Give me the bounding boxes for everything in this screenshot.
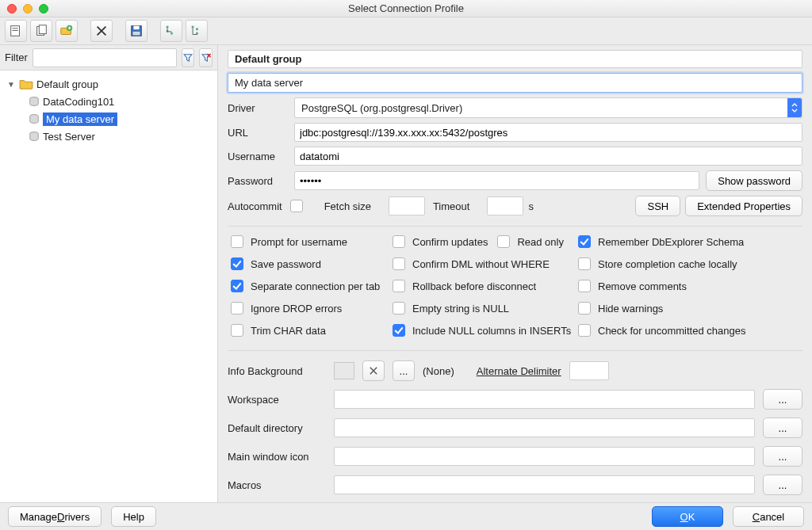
rollback-disconnect-checkbox[interactable] bbox=[393, 280, 405, 292]
save-password-label: Save password bbox=[251, 258, 321, 270]
database-icon bbox=[29, 96, 40, 107]
svg-rect-2 bbox=[13, 30, 18, 31]
ignore-drop-checkbox[interactable] bbox=[231, 302, 243, 315]
alt-delimiter-field[interactable] bbox=[569, 361, 609, 380]
info-bg-label: Info Background bbox=[228, 365, 326, 377]
check-uncommitted-label: Check for uncommitted changes bbox=[598, 325, 745, 337]
manage-drivers-button[interactable]: Manage Drivers bbox=[8, 506, 102, 527]
extended-properties-button[interactable]: Extended Properties bbox=[685, 196, 802, 216]
options-grid: Prompt for username Confirm updates Read… bbox=[228, 226, 802, 339]
clear-color-button[interactable] bbox=[362, 360, 385, 381]
choose-color-button[interactable]: ... bbox=[393, 360, 415, 381]
main-icon-field[interactable] bbox=[334, 447, 755, 466]
svg-rect-4 bbox=[39, 25, 46, 34]
workspace-browse-button[interactable]: ... bbox=[763, 389, 802, 410]
workspace-label: Workspace bbox=[228, 394, 326, 406]
database-icon bbox=[29, 113, 40, 124]
timeout-unit: s bbox=[528, 200, 534, 212]
sidebar: Filter ▼ Default group DataCoding101 My … bbox=[0, 45, 218, 502]
clear-filter-button[interactable] bbox=[199, 48, 213, 67]
filter-row: Filter bbox=[0, 45, 217, 71]
tree-item[interactable]: Test Server bbox=[0, 128, 217, 145]
svg-rect-12 bbox=[170, 32, 173, 35]
new-group-button[interactable] bbox=[56, 20, 78, 42]
footer: Manage Drivers Help OK Cancel bbox=[0, 503, 812, 530]
read-only-checkbox[interactable] bbox=[497, 235, 510, 248]
svg-rect-8 bbox=[133, 26, 139, 30]
default-dir-browse-button[interactable]: ... bbox=[763, 418, 802, 438]
trim-char-checkbox[interactable] bbox=[231, 324, 243, 337]
default-dir-field[interactable] bbox=[334, 418, 755, 437]
separate-connection-label: Separate connection per tab bbox=[251, 280, 380, 292]
remember-schema-checkbox[interactable] bbox=[578, 235, 591, 248]
tree-item-label: My data server bbox=[43, 112, 117, 126]
svg-rect-10 bbox=[167, 26, 169, 29]
svg-rect-9 bbox=[133, 32, 140, 36]
separate-connection-checkbox[interactable] bbox=[231, 280, 243, 292]
timeout-label: Timeout bbox=[433, 200, 469, 212]
copy-profile-button[interactable] bbox=[30, 20, 52, 42]
new-profile-button[interactable] bbox=[5, 20, 27, 42]
prompt-username-label: Prompt for username bbox=[251, 236, 347, 248]
url-field[interactable] bbox=[294, 123, 802, 142]
info-bg-color[interactable] bbox=[334, 362, 354, 379]
macros-field[interactable] bbox=[334, 475, 755, 494]
username-field[interactable] bbox=[294, 147, 802, 166]
tree-group[interactable]: ▼ Default group bbox=[0, 75, 217, 93]
macros-browse-button[interactable]: ... bbox=[763, 475, 802, 495]
workspace-field[interactable] bbox=[334, 390, 755, 409]
include-null-checkbox[interactable] bbox=[393, 324, 405, 337]
group-name-field[interactable]: Default group bbox=[228, 50, 802, 68]
disclosure-triangle-icon[interactable]: ▼ bbox=[6, 80, 16, 89]
toolbar bbox=[0, 17, 812, 44]
save-button[interactable] bbox=[125, 20, 147, 42]
store-cache-checkbox[interactable] bbox=[578, 257, 591, 270]
timeout-field[interactable] bbox=[487, 196, 523, 215]
store-cache-label: Store completion cache locally bbox=[598, 258, 737, 270]
svg-rect-13 bbox=[192, 26, 194, 29]
rollback-disconnect-label: Rollback before disconnect bbox=[412, 280, 536, 292]
profile-name-field[interactable]: My data server bbox=[228, 73, 802, 93]
cancel-button[interactable]: Cancel bbox=[733, 506, 804, 527]
prompt-username-checkbox[interactable] bbox=[231, 235, 243, 248]
default-dir-label: Default directory bbox=[228, 422, 326, 434]
confirm-updates-checkbox[interactable] bbox=[393, 235, 405, 248]
folder-icon bbox=[19, 78, 33, 90]
paths-section: Info Background ... (None) Alternate Del… bbox=[228, 350, 802, 502]
confirm-updates-label: Confirm updates bbox=[412, 236, 488, 248]
autocommit-checkbox[interactable] bbox=[290, 200, 303, 212]
include-null-label: Include NULL columns in INSERTs bbox=[412, 325, 571, 337]
profile-tree[interactable]: ▼ Default group DataCoding101 My data se… bbox=[0, 71, 217, 502]
tree-item[interactable]: DataCoding101 bbox=[0, 93, 217, 110]
filter-input[interactable] bbox=[33, 48, 177, 67]
confirm-dml-checkbox[interactable] bbox=[393, 257, 405, 270]
ignore-drop-label: Ignore DROP errors bbox=[251, 303, 342, 315]
trim-char-label: Trim CHAR data bbox=[251, 325, 326, 337]
fetch-size-label: Fetch size bbox=[324, 200, 371, 212]
main-icon-label: Main window icon bbox=[228, 451, 326, 463]
delete-button[interactable] bbox=[90, 20, 113, 42]
driver-label: Driver bbox=[228, 102, 288, 114]
password-field[interactable] bbox=[294, 171, 699, 190]
main-icon-browse-button[interactable]: ... bbox=[763, 446, 802, 467]
tree-item-label: Test Server bbox=[43, 131, 95, 143]
driver-select[interactable]: PostgreSQL (org.postgresql.Driver) bbox=[294, 97, 802, 118]
expand-tree-button[interactable] bbox=[160, 20, 182, 42]
check-uncommitted-checkbox[interactable] bbox=[578, 324, 591, 337]
show-password-button[interactable]: Show password bbox=[706, 170, 802, 191]
svg-rect-14 bbox=[196, 28, 198, 30]
hide-warnings-checkbox[interactable] bbox=[578, 302, 591, 315]
apply-filter-button[interactable] bbox=[182, 48, 195, 67]
autocommit-label: Autocommit bbox=[228, 200, 282, 212]
ssh-button[interactable]: SSH bbox=[635, 196, 680, 216]
save-password-checkbox[interactable] bbox=[231, 257, 243, 270]
collapse-tree-button[interactable] bbox=[186, 20, 208, 42]
empty-null-checkbox[interactable] bbox=[393, 302, 405, 315]
window-title: Select Connection Profile bbox=[0, 2, 812, 14]
alternate-delimiter-link[interactable]: Alternate Delimiter bbox=[477, 365, 561, 377]
tree-item[interactable]: My data server bbox=[0, 110, 217, 128]
fetch-size-field[interactable] bbox=[389, 196, 425, 215]
ok-button[interactable]: OK bbox=[652, 506, 723, 527]
remove-comments-checkbox[interactable] bbox=[578, 280, 591, 292]
help-button[interactable]: Help bbox=[111, 506, 156, 527]
